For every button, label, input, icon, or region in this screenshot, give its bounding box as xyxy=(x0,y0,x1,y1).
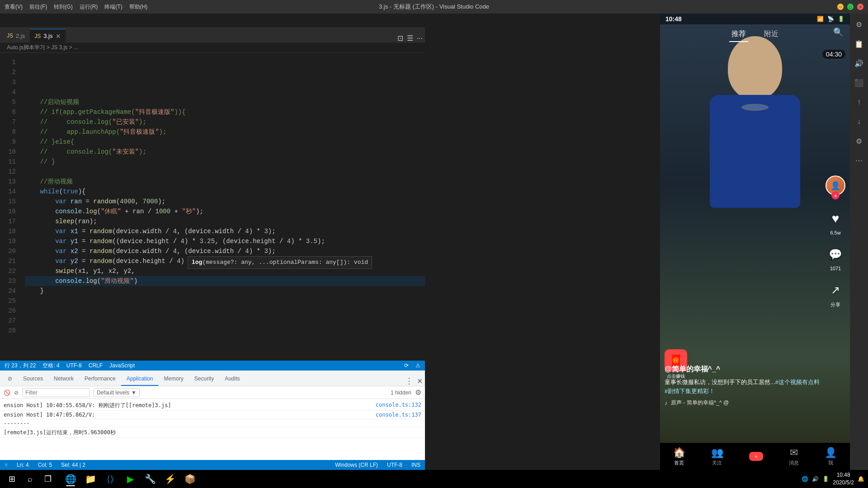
nav-home[interactable]: 🏠 首页 xyxy=(673,447,685,466)
line-ending: CRLF xyxy=(89,362,103,369)
tab-2js[interactable]: JS 2.js xyxy=(2,29,30,42)
close-button[interactable]: ✕ xyxy=(857,4,863,10)
code-line-13: //滑动视频 xyxy=(25,177,425,187)
menu-item-help[interactable]: 帮助(H) xyxy=(129,3,148,11)
file-language[interactable]: JavaScript xyxy=(109,362,135,369)
nav-follow[interactable]: 👥 关注 xyxy=(711,447,723,466)
tab-console[interactable]: ⊘ xyxy=(2,372,18,386)
task-view-button[interactable]: ❐ xyxy=(40,471,56,487)
menu-item-terminal[interactable]: 终端(T) xyxy=(104,3,122,11)
console-link-2[interactable]: console.ts:137 xyxy=(376,412,421,418)
code-line-17: sleep(ran); xyxy=(25,216,425,226)
tab-3js[interactable]: JS 3.js ✕ xyxy=(30,29,66,42)
menu-bar[interactable]: 查看(V) 前往(F) 转到(G) 运行(R) 终端(T) 帮助(H) xyxy=(5,3,147,11)
person-head xyxy=(728,36,782,99)
share-button[interactable]: ↗ 分享 xyxy=(826,280,845,308)
col-display: Col: 5 xyxy=(38,462,52,468)
comment-button[interactable]: 💬 1071 xyxy=(826,244,845,271)
more-actions-icon[interactable]: ··· xyxy=(417,34,423,42)
code-editor[interactable]: 12345 678910 1112131415 1617181920 21222… xyxy=(0,53,425,371)
sidebar-icon-1[interactable]: ⚙ xyxy=(853,18,865,31)
nav-tab-nearby[interactable]: 附近 xyxy=(762,27,781,42)
search-button[interactable]: 🔍 xyxy=(833,27,843,37)
menu-item-navigate[interactable]: 转到(G) xyxy=(54,3,72,11)
nav-messages[interactable]: ✉ 消息 xyxy=(789,447,799,466)
sidebar-icon-3[interactable]: 🔊 xyxy=(853,57,865,70)
settings-icon[interactable]: ⚙ xyxy=(415,388,421,397)
code-line-1 xyxy=(25,57,425,67)
maximize-button[interactable]: □ xyxy=(847,4,854,10)
menu-item-view[interactable]: 查看(V) xyxy=(5,3,23,11)
video-description: 童事长微服私访，没想到手下的员工居然...#这个视频有点料 #剧情下集更精彩！ xyxy=(665,378,823,395)
volume-tray-icon: 🔊 xyxy=(812,476,819,482)
console-line-1: ension Host] 10:40:55.658/V: 刚刚进行了[[remo… xyxy=(0,401,425,411)
tab-audits[interactable]: Audits xyxy=(219,372,245,386)
messages-label: 消息 xyxy=(789,460,799,466)
console-text-2: ension Host] 10:47:05.862/V: xyxy=(4,412,95,418)
creator-avatar[interactable]: 👤 + xyxy=(826,176,845,200)
taskbar-app3[interactable]: ⚡ xyxy=(161,471,179,487)
taskbar-vscode[interactable]: ⟨⟩ xyxy=(101,471,119,487)
taskbar-edge[interactable]: 🌐 xyxy=(61,471,80,487)
filter-input[interactable] xyxy=(22,388,90,397)
right-sidebar: ⚙ 📋 🔊 ⬛ ↑ ↓ ⚙ ⋯ xyxy=(850,14,868,470)
clear-console-icon[interactable]: 🚫 xyxy=(4,389,10,396)
phone-panel: 10:48 📶 📡 🔋 推荐 附近 🔍 04:30 xyxy=(660,14,850,470)
tab-close-button[interactable]: ✕ xyxy=(56,33,61,40)
default-levels-dropdown[interactable]: Default levels ▼ xyxy=(94,388,140,397)
start-button[interactable]: ⊞ xyxy=(4,471,20,487)
clock-date: 2020/5/2 xyxy=(833,479,854,487)
taskbar-app1[interactable]: ▶ xyxy=(121,471,139,487)
sidebar-icon-8[interactable]: ⋯ xyxy=(853,154,865,167)
menu-item-goto[interactable]: 前往(F) xyxy=(29,3,47,11)
nav-profile[interactable]: 👤 我 xyxy=(825,447,837,466)
sync-icon[interactable]: ⟳ xyxy=(404,362,409,369)
filter-icon[interactable]: ⊘ xyxy=(14,389,19,396)
taskbar-apps: 🌐 📁 ⟨⟩ ▶ 🔧 ⚡ 📦 xyxy=(61,471,199,487)
home-icon: 🏠 xyxy=(673,447,685,459)
tab-network[interactable]: Network xyxy=(48,372,79,386)
sidebar-icon-6[interactable]: ↓ xyxy=(853,115,865,128)
devtools-more-icon[interactable]: ⋮ xyxy=(405,376,413,386)
taskbar-app4[interactable]: 📦 xyxy=(181,471,199,487)
code-line-3 xyxy=(25,77,425,87)
minimize-button[interactable]: ─ xyxy=(837,4,844,10)
search-button[interactable]: ⌕ xyxy=(22,471,38,487)
profile-icon: 👤 xyxy=(825,447,837,459)
toggle-panel-icon[interactable]: ☰ xyxy=(407,34,413,42)
tab-security[interactable]: Security xyxy=(189,372,219,386)
tab-label-3js: 3.js xyxy=(43,33,52,39)
code-line-18: var x1 = random(device.width / 4, (devic… xyxy=(25,226,425,236)
like-button[interactable]: ♥ 6.5w xyxy=(826,209,845,235)
notification-icon[interactable]: 🔔 xyxy=(858,476,864,482)
taskbar-clock[interactable]: 10:48 2020/5/2 xyxy=(833,471,854,487)
share-label: 分享 xyxy=(830,301,840,308)
code-line-15: var ran = random(4000, 7000); xyxy=(25,197,425,206)
hashtag2: #剧情下集更精彩！ xyxy=(665,388,715,394)
follow-plus-button[interactable]: + xyxy=(831,192,840,200)
code-content[interactable]: //启动短视频 // if(app.getPackageName("抖音极速版"… xyxy=(20,53,425,371)
split-editor-icon[interactable]: ⊡ xyxy=(397,34,403,42)
tab-memory[interactable]: Memory xyxy=(158,372,189,386)
nav-create[interactable]: + xyxy=(749,452,763,461)
sidebar-icon-4[interactable]: ⬛ xyxy=(853,76,865,89)
sidebar-icon-2[interactable]: 📋 xyxy=(853,38,865,50)
param-hint: log(message?: any, ...optionalParams: an… xyxy=(188,256,372,269)
tab-performance[interactable]: Performance xyxy=(79,372,121,386)
console-link-1[interactable]: console.ts:132 xyxy=(376,402,421,409)
tab-application[interactable]: Application xyxy=(121,372,159,386)
tab-actions: ⊡ ☰ ··· xyxy=(397,34,423,42)
taskbar-app2[interactable]: 🔧 xyxy=(141,471,159,487)
nav-tab-recommended[interactable]: 推荐 xyxy=(729,27,748,42)
error-icon[interactable]: ⚠ xyxy=(415,362,420,369)
menu-item-run[interactable]: 运行(R) xyxy=(80,3,98,11)
battery-tray-icon: 🔋 xyxy=(822,476,829,482)
devtools-close-icon[interactable]: ✕ xyxy=(417,377,423,385)
taskbar-explorer[interactable]: 📁 xyxy=(81,471,99,487)
tab-sources[interactable]: Sources xyxy=(18,372,48,386)
sidebar-icon-5[interactable]: ↑ xyxy=(853,96,865,108)
follow-icon: 👥 xyxy=(711,447,723,459)
sidebar-icon-7[interactable]: ⚙ xyxy=(853,135,865,147)
messages-icon: ✉ xyxy=(790,447,798,459)
line-numbers: 12345 678910 1112131415 1617181920 21222… xyxy=(0,53,20,371)
